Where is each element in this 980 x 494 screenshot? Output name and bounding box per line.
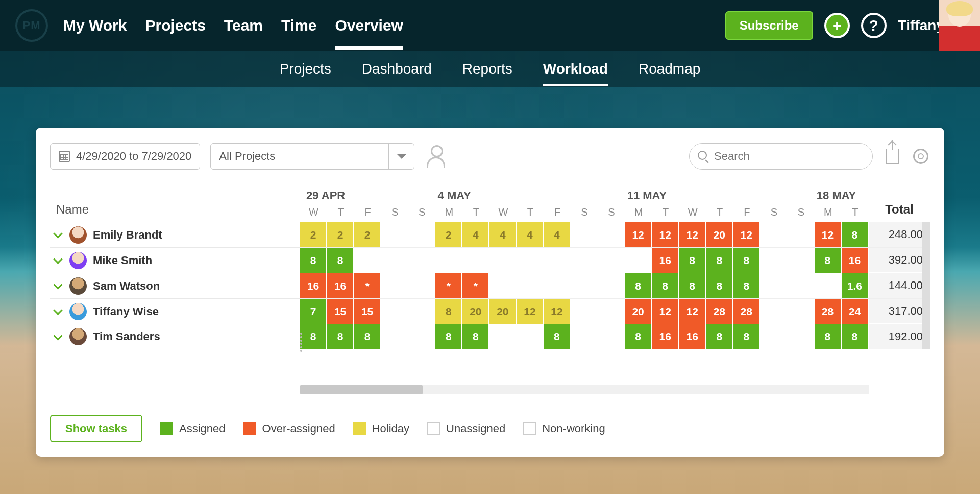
person-row[interactable]: Tiffany Wise — [50, 298, 300, 324]
workload-cell[interactable]: 2 — [327, 222, 354, 247]
workload-cell[interactable]: 12 — [733, 222, 761, 247]
subnav-reports[interactable]: Reports — [462, 52, 512, 86]
workload-cell[interactable]: * — [462, 273, 489, 298]
workload-cell[interactable]: 20 — [625, 299, 652, 324]
workload-cell[interactable]: 8 — [300, 324, 327, 349]
workload-cell[interactable]: 2 — [300, 222, 327, 247]
vertical-scrollbar[interactable] — [922, 222, 930, 349]
workload-cell[interactable]: 4 — [462, 222, 489, 247]
show-tasks-button[interactable]: Show tasks — [50, 415, 142, 442]
workload-cell[interactable]: 24 — [842, 299, 869, 324]
scrollbar-thumb[interactable] — [922, 222, 930, 349]
workload-cell[interactable]: 12 — [625, 222, 652, 247]
workload-cell[interactable]: 8 — [706, 273, 733, 298]
nav-time[interactable]: Time — [281, 2, 316, 50]
workload-cell[interactable]: 12 — [652, 222, 679, 247]
workload-cell[interactable]: 2 — [354, 222, 381, 247]
workload-cell[interactable]: 12 — [679, 222, 706, 247]
workload-cell[interactable]: * — [435, 273, 462, 298]
workload-cell[interactable]: 20 — [462, 299, 489, 324]
nav-team[interactable]: Team — [224, 2, 263, 50]
workload-cell[interactable]: 8 — [706, 248, 733, 273]
workload-cell[interactable]: 8 — [733, 324, 761, 349]
horizontal-scrollbar[interactable] — [300, 385, 869, 394]
workload-cell[interactable]: 8 — [327, 324, 354, 349]
expand-toggle[interactable] — [52, 331, 63, 342]
workload-cell[interactable]: 8 — [462, 324, 489, 349]
workload-cell[interactable]: 4 — [517, 222, 544, 247]
workload-cell[interactable]: 28 — [706, 299, 733, 324]
add-button[interactable]: + — [824, 13, 850, 38]
workload-cell[interactable]: 28 — [733, 299, 761, 324]
person-row[interactable]: Mike Smith — [50, 247, 300, 273]
export-button[interactable] — [883, 147, 901, 166]
workload-cell[interactable]: 12 — [679, 299, 706, 324]
workload-cell[interactable]: * — [354, 273, 381, 298]
workload-cell[interactable]: 8 — [815, 324, 842, 349]
workload-cell[interactable]: 8 — [652, 273, 679, 298]
workload-cell[interactable]: 8 — [544, 324, 571, 349]
workload-cell[interactable]: 8 — [706, 324, 733, 349]
subnav-projects[interactable]: Projects — [280, 52, 331, 86]
project-filter-select[interactable]: All Projects — [210, 143, 414, 170]
workload-cell[interactable]: 8 — [435, 324, 462, 349]
date-range-picker[interactable]: 4/29/2020 to 7/29/2020 — [50, 143, 200, 170]
expand-toggle[interactable] — [52, 306, 63, 317]
expand-toggle[interactable] — [52, 280, 63, 292]
workload-cell[interactable]: 12 — [815, 222, 842, 247]
workload-cell[interactable]: 8 — [842, 324, 869, 349]
workload-cell[interactable]: 8 — [815, 248, 842, 273]
subnav-roadmap[interactable]: Roadmap — [639, 52, 700, 86]
subnav-workload[interactable]: Workload — [543, 52, 608, 86]
workload-cell[interactable]: 16 — [652, 324, 679, 349]
nav-overview[interactable]: Overview — [335, 2, 403, 50]
workload-cell[interactable]: 4 — [544, 222, 571, 247]
workload-cell[interactable]: 12 — [544, 299, 571, 324]
search-box[interactable] — [689, 143, 873, 170]
workload-cell[interactable]: 12 — [652, 299, 679, 324]
workload-cell[interactable]: 8 — [679, 273, 706, 298]
workload-cell[interactable]: 16 — [679, 324, 706, 349]
expand-toggle[interactable] — [52, 229, 63, 241]
workload-cell[interactable]: 7 — [300, 299, 327, 324]
help-button[interactable]: ? — [861, 13, 887, 38]
workload-cell[interactable]: 20 — [489, 299, 517, 324]
search-input[interactable] — [714, 150, 864, 163]
workload-cell[interactable]: 8 — [354, 324, 381, 349]
workload-cell[interactable]: 16 — [327, 273, 354, 298]
workload-cell[interactable]: 20 — [706, 222, 733, 247]
person-row[interactable]: Tim Sanders — [50, 324, 300, 349]
workload-cell[interactable]: 28 — [815, 299, 842, 324]
workload-cell[interactable]: 1.6 — [842, 273, 869, 298]
subnav-dashboard[interactable]: Dashboard — [362, 52, 432, 86]
expand-toggle[interactable] — [52, 255, 63, 266]
nav-my-work[interactable]: My Work — [63, 2, 127, 50]
workload-cell[interactable]: 8 — [435, 299, 462, 324]
workload-cell[interactable]: 8 — [733, 273, 761, 298]
workload-cell[interactable]: 2 — [435, 222, 462, 247]
person-row[interactable]: Sam Watson — [50, 273, 300, 298]
scrollbar-thumb[interactable] — [300, 385, 423, 394]
workload-cell[interactable]: 8 — [733, 248, 761, 273]
workload-cell[interactable]: 15 — [327, 299, 354, 324]
workload-cell[interactable]: 8 — [842, 222, 869, 247]
app-logo[interactable]: PM — [15, 9, 48, 42]
workload-cell[interactable]: 16 — [652, 248, 679, 273]
workload-cell[interactable]: 8 — [327, 248, 354, 273]
settings-button[interactable] — [912, 147, 930, 166]
person-row[interactable]: Emily Brandt — [50, 222, 300, 247]
workload-cell[interactable]: 8 — [625, 273, 652, 298]
person-filter-icon[interactable] — [425, 145, 447, 168]
workload-cell[interactable]: 8 — [300, 248, 327, 273]
workload-cell[interactable]: 4 — [489, 222, 517, 247]
workload-cell[interactable]: 8 — [679, 248, 706, 273]
workload-cell[interactable]: 8 — [625, 324, 652, 349]
user-avatar[interactable] — [939, 0, 980, 51]
nav-projects[interactable]: Projects — [145, 2, 205, 50]
column-resize-handle[interactable] — [299, 332, 304, 352]
subscribe-button[interactable]: Subscribe — [725, 11, 813, 40]
workload-cell[interactable]: 12 — [517, 299, 544, 324]
workload-cell[interactable]: 15 — [354, 299, 381, 324]
workload-cell[interactable]: 16 — [842, 248, 869, 273]
workload-cell[interactable]: 16 — [300, 273, 327, 298]
